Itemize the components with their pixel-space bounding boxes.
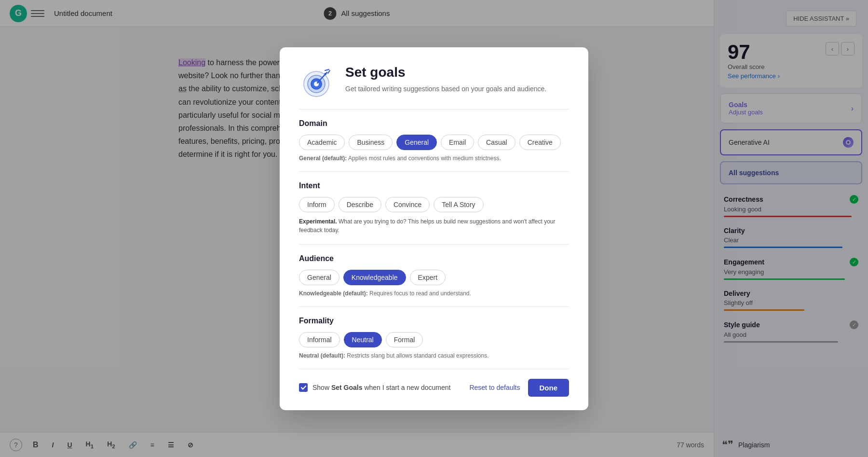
formality-neutral[interactable]: Neutral <box>344 332 382 347</box>
formality-informal[interactable]: Informal <box>299 332 340 347</box>
svg-line-9 <box>328 70 330 73</box>
domain-business[interactable]: Business <box>349 135 393 150</box>
domain-options: Academic Business General Email Casual C… <box>299 135 569 150</box>
modal-header: Set goals Get tailored writing suggestio… <box>299 65 569 99</box>
modal-subtitle: Get tailored writing suggestions based o… <box>345 84 546 94</box>
modal-overlay[interactable]: Set goals Get tailored writing suggestio… <box>0 0 868 457</box>
audience-options: General Knowledgeable Expert <box>299 270 569 285</box>
formality-section: Formality Informal Neutral Formal Neutra… <box>299 317 569 359</box>
domain-section: Domain Academic Business General Email C… <box>299 119 569 162</box>
intent-title: Intent <box>299 181 569 190</box>
formality-description: Neutral (default): Restricts slang but a… <box>299 352 569 359</box>
intent-tell-a-story[interactable]: Tell A Story <box>434 197 483 212</box>
domain-creative[interactable]: Creative <box>519 135 561 150</box>
show-goals-label: Show Set Goals when I start a new docume… <box>312 384 450 391</box>
modal-divider-3 <box>299 244 569 245</box>
done-button[interactable]: Done <box>528 379 570 397</box>
modal-divider-4 <box>299 306 569 307</box>
audience-description: Knowledgeable (default): Requires focus … <box>299 290 569 297</box>
audience-desc-text: Requires focus to read and understand. <box>369 290 471 297</box>
set-goals-modal: Set goals Get tailored writing suggestio… <box>280 47 588 410</box>
formality-desc-label: Neutral (default): <box>299 352 345 359</box>
domain-desc-label: General (default): <box>299 155 347 162</box>
formality-formal[interactable]: Formal <box>386 332 423 347</box>
audience-knowledgeable[interactable]: Knowledgeable <box>343 270 406 285</box>
modal-target-icon <box>299 65 334 99</box>
domain-desc-text: Applies most rules and conventions with … <box>348 155 501 162</box>
modal-divider-1 <box>299 109 569 110</box>
domain-email[interactable]: Email <box>441 135 474 150</box>
audience-title: Audience <box>299 254 569 263</box>
formality-title: Formality <box>299 317 569 325</box>
intent-section: Intent Inform Describe Convince Tell A S… <box>299 181 569 235</box>
show-goals-checkbox-area: Show Set Goals when I start a new docume… <box>299 383 469 392</box>
intent-options: Inform Describe Convince Tell A Story <box>299 197 569 212</box>
domain-description: General (default): Applies most rules an… <box>299 155 569 162</box>
intent-note: Experimental. What are you trying to do?… <box>299 217 569 235</box>
audience-section: Audience General Knowledgeable Expert Kn… <box>299 254 569 297</box>
modal-footer: Show Set Goals when I start a new docume… <box>299 369 569 397</box>
audience-expert[interactable]: Expert <box>410 270 446 285</box>
experimental-label: Experimental. <box>299 218 337 225</box>
domain-academic[interactable]: Academic <box>299 135 345 150</box>
formality-options: Informal Neutral Formal <box>299 332 569 347</box>
intent-note-text: What are you trying to do? This helps us… <box>299 218 556 234</box>
modal-title-area: Set goals Get tailored writing suggestio… <box>345 65 546 94</box>
domain-casual[interactable]: Casual <box>478 135 515 150</box>
audience-general[interactable]: General <box>299 270 339 285</box>
reset-defaults-button[interactable]: Reset to defaults <box>469 384 520 391</box>
audience-desc-label: Knowledgeable (default): <box>299 290 368 297</box>
formality-desc-text: Restricts slang but allows standard casu… <box>347 352 488 359</box>
modal-divider-2 <box>299 171 569 172</box>
intent-inform[interactable]: Inform <box>299 197 335 212</box>
svg-line-8 <box>325 69 329 70</box>
domain-title: Domain <box>299 119 569 128</box>
show-goals-checkbox[interactable] <box>299 383 308 392</box>
modal-title: Set goals <box>345 65 546 80</box>
domain-general[interactable]: General <box>396 135 437 150</box>
intent-convince[interactable]: Convince <box>385 197 430 212</box>
intent-describe[interactable]: Describe <box>339 197 381 212</box>
